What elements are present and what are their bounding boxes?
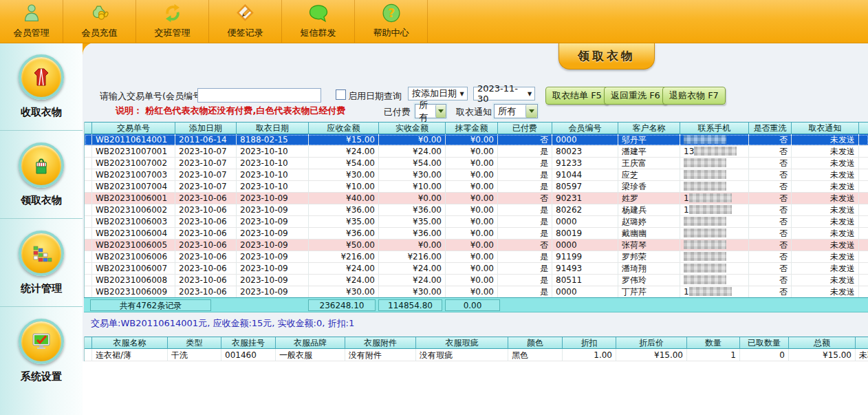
table-cell: 否 (749, 181, 792, 193)
table-cell: 否 (749, 286, 792, 298)
column-header[interactable]: 交易单号 (92, 123, 175, 134)
table-row[interactable]: WB202310070032023-10-072023-10-10¥30.00¥… (85, 169, 868, 181)
column-header[interactable]: 是否重洗 (749, 123, 792, 134)
sidebar-item-label: 收取衣物 (21, 106, 62, 119)
table-cell: 2023-10-06 (175, 216, 237, 228)
column-header[interactable]: 总额 (789, 337, 856, 349)
column-header[interactable]: 颜色 (508, 337, 563, 349)
toolbar-item-member-recharge[interactable]: 会员充值 (63, 0, 136, 43)
table-cell: ¥15.00 (789, 349, 856, 361)
toolbar-item-shift-management[interactable]: 交班管理 (136, 0, 209, 43)
table-cell: ¥0.00 (446, 228, 498, 240)
row-gutter (85, 251, 92, 263)
date-query-checkbox[interactable] (336, 89, 346, 100)
column-header[interactable] (856, 337, 868, 349)
table-row[interactable]: WB202310060052023-10-062023-10-09¥50.00¥… (85, 240, 868, 251)
column-header[interactable]: 实收金额 (379, 123, 446, 134)
column-header[interactable]: 应收金额 (309, 123, 379, 134)
row-gutter (85, 169, 92, 181)
column-header[interactable]: 衣服瑕疵 (416, 337, 508, 349)
table-cell: WB20110614001 (92, 134, 175, 146)
table-row[interactable]: WB202310060032023-10-062023-10-09¥35.00¥… (85, 216, 868, 228)
table-cell: WB20231006008 (92, 275, 175, 286)
table-cell: ¥0.00 (446, 240, 498, 251)
paid-filter-select[interactable]: 所有 (415, 104, 446, 118)
sidebar-item-statistics[interactable]: 统计管理 (0, 219, 83, 307)
table-cell: 1 (680, 193, 749, 204)
table-row[interactable]: WB202310070022023-10-072023-10-10¥54.00¥… (85, 158, 868, 169)
table-cell: 2023-10-09 (237, 286, 309, 298)
column-header[interactable]: 已付费 (498, 123, 552, 134)
row-tail (859, 228, 868, 240)
column-header[interactable] (859, 123, 868, 134)
column-header[interactable]: 添加日期 (175, 123, 237, 134)
column-header[interactable]: 抹零金额 (446, 123, 498, 134)
table-row[interactable]: 连衣裙/薄干洗001460一般衣服没有附件没有瑕疵黑色1.00¥15.0010¥… (85, 349, 868, 361)
table-row[interactable]: WB202310060092023-10-062023-10-09¥30.00¥… (85, 286, 868, 298)
row-gutter (85, 240, 92, 251)
column-header[interactable]: 衣服附件 (345, 337, 416, 349)
table-cell: 未发送 (792, 228, 859, 240)
column-header[interactable] (85, 337, 92, 349)
toolbar-item-note-records[interactable]: 便签记录 (209, 0, 282, 43)
table-cell: 80511 (552, 275, 618, 286)
notify-filter-select[interactable]: 所有 (494, 104, 538, 118)
column-header[interactable]: 类型 (168, 337, 221, 349)
table-cell: 2023-10-10 (237, 146, 309, 158)
table-cell: 罗邦荣 (618, 251, 680, 263)
table-row[interactable]: WB202310060062023-10-062023-10-09¥216.00… (85, 251, 868, 263)
tab-collect-clothes[interactable]: 领取衣物 (558, 43, 655, 70)
table-cell: 2023-10-10 (237, 181, 309, 193)
toolbar-item-label: 会员管理 (14, 27, 50, 39)
table-cell: 否 (749, 146, 792, 158)
column-header[interactable]: 客户名称 (618, 123, 680, 134)
table-cell: ¥30.00 (379, 286, 446, 298)
table-row[interactable]: WB202310060042023-10-062023-10-09¥36.00¥… (85, 228, 868, 240)
rewash-button[interactable]: 返回重洗 F6 (604, 87, 667, 105)
table-row[interactable]: WB202310060072023-10-062023-10-09¥24.00¥… (85, 263, 868, 275)
column-header[interactable]: 会员编号 (552, 123, 618, 134)
column-header[interactable]: 数量 (687, 337, 740, 349)
column-header[interactable]: 取衣日期 (237, 123, 309, 134)
masked-phone (689, 193, 732, 202)
table-cell: 2023-10-06 (175, 228, 237, 240)
table-row[interactable]: WB201106140012011-06-148188-02-15¥15.00¥… (85, 134, 868, 146)
sidebar-item-system-settings[interactable]: 系统设置 (0, 307, 83, 394)
table-cell: WB20231006007 (92, 263, 175, 275)
toolbar-item-help-center[interactable]: ? 帮助中心 (355, 0, 428, 43)
column-header[interactable]: 折后价 (616, 337, 687, 349)
column-header[interactable]: 折扣 (563, 337, 616, 349)
table-cell: 未发送 (792, 251, 859, 263)
date-value-dropdown[interactable]: 2023-11-30 ▼ (473, 87, 535, 100)
sidebar-item-receive-clothes[interactable]: 收取衣物 (0, 43, 83, 131)
column-header[interactable]: 取衣通知 (792, 123, 859, 134)
table-cell: ¥24.00 (309, 275, 379, 286)
date-type-dropdown[interactable]: 按添加日期 ▼ (408, 87, 468, 100)
table-row[interactable]: WB202310060012023-10-062023-10-09¥40.00¥… (85, 193, 868, 204)
column-header[interactable] (85, 123, 92, 134)
table-cell: ¥35.00 (379, 216, 446, 228)
refund-clothes-button[interactable]: 退赔衣物 F7 (662, 87, 726, 105)
toolbar-item-sms-broadcast[interactable]: 短信群发 (282, 0, 355, 43)
column-header[interactable]: 衣服名称 (92, 337, 168, 349)
table-cell: 赵璐婷 (618, 216, 680, 228)
table-row[interactable]: WB202310060022023-10-062023-10-09¥36.00¥… (85, 204, 868, 216)
table-row[interactable]: WB202310060082023-10-062023-10-09¥24.00¥… (85, 275, 868, 286)
search-input[interactable] (197, 88, 321, 103)
toolbar-item-label: 交班管理 (155, 27, 191, 39)
table-cell: ¥0.00 (379, 134, 446, 146)
column-header[interactable]: 衣服品牌 (276, 337, 345, 349)
settle-pickup-button[interactable]: 取衣结单 F5 (545, 87, 609, 105)
date-query-label: 启用日期查询 (348, 90, 402, 103)
table-cell: 否 (498, 240, 552, 251)
table-row[interactable]: WB202310070012023-10-072023-10-10¥24.00¥… (85, 146, 868, 158)
column-header[interactable]: 衣服挂号 (221, 337, 276, 349)
table-cell: ¥30.00 (309, 286, 379, 298)
table-row[interactable]: WB202310070042023-10-072023-10-10¥10.00¥… (85, 181, 868, 193)
column-header[interactable]: 联系手机 (680, 123, 749, 134)
sidebar-item-collect-clothes[interactable]: 领取衣物 (0, 131, 83, 219)
recharge-icon (89, 1, 110, 25)
column-header[interactable]: 已取数量 (740, 337, 789, 349)
toolbar-item-member-management[interactable]: 会员管理 (0, 0, 63, 43)
table-cell: 2023-10-09 (237, 216, 309, 228)
